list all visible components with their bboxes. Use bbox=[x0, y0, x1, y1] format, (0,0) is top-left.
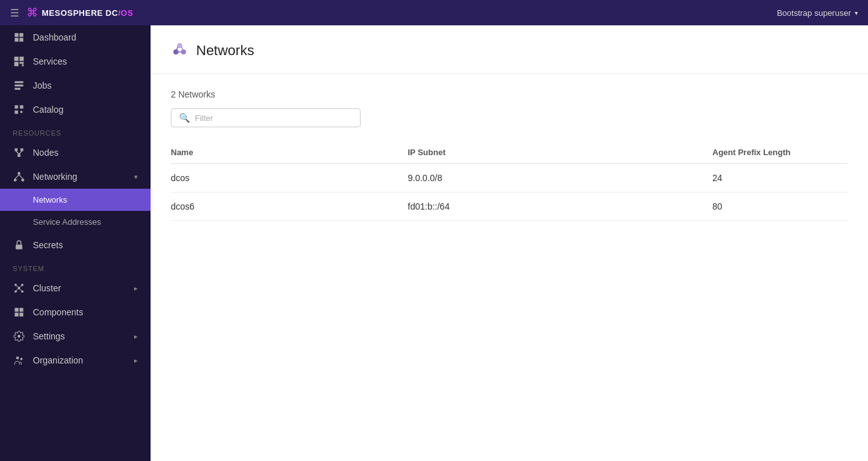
sidebar-services-label: Services bbox=[33, 56, 67, 66]
svg-rect-9 bbox=[15, 81, 23, 83]
svg-rect-14 bbox=[15, 111, 18, 114]
logo-icon: ⌘ bbox=[27, 6, 38, 20]
sidebar-item-dashboard[interactable]: Dashboard bbox=[0, 25, 151, 49]
page-title: Networks bbox=[196, 42, 254, 59]
table-row[interactable]: dcos6 fd01:b::/64 80 bbox=[171, 193, 848, 221]
table-row[interactable]: dcos 9.0.0.0/8 24 bbox=[171, 164, 848, 193]
svg-point-39 bbox=[16, 357, 20, 360]
sidebar-networking-label: Networking bbox=[33, 172, 77, 182]
row-agent-prefix-length: 80 bbox=[712, 193, 848, 221]
sidebar-item-catalog[interactable]: Catalog bbox=[0, 98, 151, 122]
svg-point-26 bbox=[18, 287, 21, 290]
svg-rect-11 bbox=[15, 88, 20, 90]
logo-dc: DC bbox=[106, 8, 118, 18]
sidebar-service-addresses-label: Service Addresses bbox=[33, 217, 101, 227]
row-name: dcos6 bbox=[171, 193, 408, 221]
svg-line-32 bbox=[20, 286, 22, 287]
row-ip-subnet: fd01:b::/64 bbox=[408, 193, 713, 221]
logo: ⌘ MESOSPHERE DC/OS bbox=[27, 6, 133, 20]
jobs-icon bbox=[13, 80, 25, 91]
topbar-chevron-down-icon: ▾ bbox=[855, 9, 858, 16]
svg-line-18 bbox=[16, 151, 20, 155]
sidebar-item-organization[interactable]: Organization ▸ bbox=[0, 348, 151, 372]
search-icon: 🔍 bbox=[179, 113, 190, 123]
sidebar: Dashboard Services Jobs Catalog Resource… bbox=[0, 25, 151, 461]
svg-rect-10 bbox=[15, 85, 23, 87]
svg-rect-2 bbox=[15, 38, 18, 42]
networks-table: Name IP Subnet Agent Prefix Length dcos … bbox=[171, 142, 848, 221]
sidebar-organization-label: Organization bbox=[33, 355, 83, 365]
sidebar-item-networks[interactable]: Networks bbox=[0, 189, 151, 211]
sidebar-cluster-label: Cluster bbox=[33, 283, 61, 293]
sidebar-networks-label: Networks bbox=[33, 195, 67, 205]
catalog-icon bbox=[13, 104, 25, 115]
settings-icon bbox=[13, 331, 25, 342]
svg-line-44 bbox=[177, 47, 178, 50]
sidebar-secrets-label: Secrets bbox=[33, 240, 63, 250]
col-name: Name bbox=[171, 142, 408, 164]
sidebar-item-nodes[interactable]: Nodes bbox=[0, 141, 151, 165]
networking-icon bbox=[13, 171, 25, 182]
main-content: Networks 2 Networks 🔍 Name IP Subnet Age… bbox=[151, 25, 868, 461]
sidebar-settings-label: Settings bbox=[33, 331, 65, 341]
svg-rect-25 bbox=[16, 244, 23, 249]
secrets-icon bbox=[13, 239, 25, 251]
svg-rect-16 bbox=[20, 148, 23, 151]
svg-point-41 bbox=[173, 49, 178, 54]
svg-point-29 bbox=[15, 290, 17, 293]
svg-line-45 bbox=[182, 47, 183, 50]
svg-rect-1 bbox=[20, 33, 23, 37]
cluster-icon bbox=[13, 282, 25, 294]
logo-os: OS bbox=[121, 8, 133, 18]
topbar: ☰ ⌘ MESOSPHERE DC/OS Bootstrap superuser… bbox=[0, 0, 868, 25]
svg-rect-38 bbox=[20, 313, 23, 317]
svg-point-30 bbox=[21, 290, 23, 293]
svg-rect-7 bbox=[20, 62, 24, 64]
col-agent-prefix-length: Agent Prefix Length bbox=[712, 142, 848, 164]
svg-rect-37 bbox=[15, 313, 18, 317]
svg-line-34 bbox=[20, 289, 22, 291]
resources-section-label: Resources bbox=[0, 122, 151, 141]
svg-rect-13 bbox=[20, 105, 23, 108]
logo-mesosphere: MESOSPHERE bbox=[42, 8, 106, 18]
sidebar-jobs-label: Jobs bbox=[33, 80, 52, 91]
topbar-user[interactable]: Bootstrap superuser ▾ bbox=[777, 8, 858, 18]
cluster-chevron-right-icon: ▸ bbox=[134, 284, 138, 293]
sidebar-item-jobs[interactable]: Jobs bbox=[0, 73, 151, 98]
networks-page-icon bbox=[171, 41, 189, 61]
svg-rect-15 bbox=[15, 148, 18, 151]
system-section-label: System bbox=[0, 257, 151, 276]
topbar-user-label: Bootstrap superuser bbox=[777, 8, 851, 18]
networking-chevron-down-icon: ▾ bbox=[134, 173, 138, 181]
svg-point-21 bbox=[14, 179, 17, 182]
svg-rect-3 bbox=[20, 38, 23, 42]
sidebar-item-cluster[interactable]: Cluster ▸ bbox=[0, 276, 151, 300]
svg-rect-35 bbox=[15, 308, 18, 312]
page-header: Networks bbox=[151, 25, 868, 74]
hamburger-icon[interactable]: ☰ bbox=[10, 7, 19, 19]
layout: Dashboard Services Jobs Catalog Resource… bbox=[0, 25, 868, 461]
svg-point-22 bbox=[22, 179, 25, 182]
sidebar-nodes-label: Nodes bbox=[33, 148, 58, 158]
row-agent-prefix-length: 24 bbox=[712, 164, 848, 193]
sidebar-item-networking[interactable]: Networking ▾ bbox=[0, 165, 151, 189]
sidebar-components-label: Components bbox=[33, 307, 83, 317]
sidebar-item-settings[interactable]: Settings ▸ bbox=[0, 324, 151, 348]
sidebar-dashboard-label: Dashboard bbox=[33, 32, 77, 42]
sidebar-item-components[interactable]: Components bbox=[0, 300, 151, 324]
nodes-icon bbox=[13, 147, 25, 158]
sidebar-item-service-addresses[interactable]: Service Addresses bbox=[0, 211, 151, 233]
svg-rect-12 bbox=[15, 105, 18, 108]
svg-rect-17 bbox=[18, 154, 21, 157]
sidebar-item-secrets[interactable]: Secrets bbox=[0, 233, 151, 257]
sidebar-item-services[interactable]: Services bbox=[0, 49, 151, 73]
filter-bar[interactable]: 🔍 bbox=[171, 108, 361, 127]
sidebar-catalog-label: Catalog bbox=[33, 104, 63, 115]
filter-input[interactable] bbox=[195, 113, 352, 123]
organization-icon bbox=[13, 355, 25, 366]
svg-rect-5 bbox=[20, 57, 24, 61]
content-area: 2 Networks 🔍 Name IP Subnet Agent Prefix… bbox=[151, 74, 868, 236]
svg-point-20 bbox=[18, 172, 21, 175]
topbar-left: ☰ ⌘ MESOSPHERE DC/OS bbox=[10, 6, 133, 20]
components-icon bbox=[13, 306, 25, 318]
